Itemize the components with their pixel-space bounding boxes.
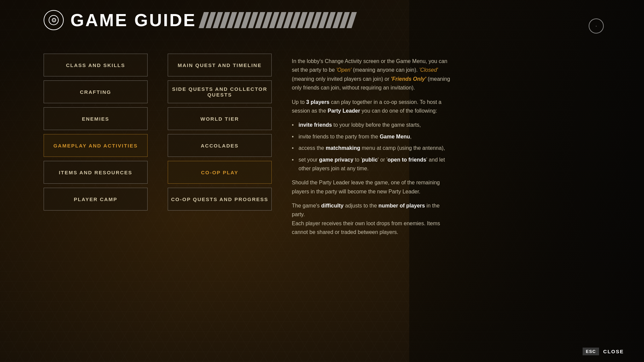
title-text: GAME GUIDE (70, 10, 196, 30)
right-menu: MAIN QUEST AND TIMELINE SIDE QUESTS AND … (168, 54, 272, 335)
menu-co-op-play[interactable]: CO-OP PLAY (168, 161, 272, 184)
menu-accolades[interactable]: ACCOLADES (168, 134, 272, 157)
players-count: 3 players (306, 99, 329, 105)
open-text: 'Open' (336, 67, 352, 73)
bullet-3-bold: matchmaking (326, 145, 360, 151)
page-title: GAME GUIDE (70, 10, 354, 30)
difficulty-bold: difficulty (321, 203, 344, 208)
menu-class-and-skills[interactable]: CLASS AND SKILLS (44, 54, 148, 76)
left-menu: CLASS AND SKILLS CRAFTING ENEMIES GAMEPL… (44, 54, 148, 335)
menu-label: ACCOLADES (201, 143, 238, 148)
bullet-4-bold-3: open to friends (387, 157, 426, 163)
bullet-4-bold-2: public (362, 157, 378, 163)
close-label[interactable]: CLOSE (603, 349, 624, 354)
menu-side-quests[interactable]: SIDE QUESTS AND COLLECTOR QUESTS (168, 80, 272, 103)
bullet-1-bold: invite friends (299, 122, 332, 128)
bottom-bar: ESC CLOSE (583, 348, 624, 355)
menu-world-tier[interactable]: WORLD TIER (168, 107, 272, 130)
menu-enemies[interactable]: ENEMIES (44, 107, 148, 130)
main-content: CLASS AND SKILLS CRAFTING ENEMIES GAMEPL… (44, 54, 644, 335)
close-circle-button[interactable]: · (589, 18, 604, 34)
bullet-1: invite friends to your lobby before the … (292, 121, 453, 129)
menu-main-quest[interactable]: MAIN QUEST AND TIMELINE (168, 54, 272, 76)
closed-text: 'Closed' (419, 67, 438, 73)
close-dot: · (595, 23, 597, 29)
menu-label: CRAFTING (80, 89, 111, 95)
description-paragraph-3: Should the Party Leader leave the game, … (292, 178, 453, 196)
menu-crafting[interactable]: CRAFTING (44, 80, 148, 103)
bullet-4: set your game privacy to 'public' or 'op… (292, 156, 453, 173)
menu-label: PLAYER CAMP (74, 196, 117, 202)
menu-label: ENEMIES (82, 116, 109, 122)
menu-co-op-quests[interactable]: CO-OP QUESTS AND PROGRESS (168, 188, 272, 210)
header-hash-marks (201, 12, 354, 28)
menu-gameplay-and-activities[interactable]: GAMEPLAY AND ACTIVITIES (44, 134, 148, 157)
menu-label: WORLD TIER (201, 116, 239, 122)
number-of-players-bold: number of players (378, 203, 425, 208)
description-paragraph-2: Up to 3 players can play together in a c… (292, 98, 453, 116)
description-paragraph-1: In the lobby's Change Activity screen or… (292, 57, 453, 93)
menu-label: SIDE QUESTS AND COLLECTOR QUESTS (168, 86, 271, 98)
menu-label: CLASS AND SKILLS (66, 62, 125, 68)
game-guide-icon: ⊙ (44, 10, 64, 30)
menu-label: CO-OP QUESTS AND PROGRESS (171, 196, 268, 202)
friends-only-text: 'Friends Only' (391, 76, 426, 82)
description-paragraph-4: The game's difficulty adjusts to the num… (292, 201, 453, 237)
menu-label: MAIN QUEST AND TIMELINE (178, 62, 262, 68)
menu-label: ITEMS AND RESOURCES (59, 170, 132, 175)
bullet-2-bold: Game Menu (380, 134, 410, 139)
party-leader-text: Party Leader (328, 108, 360, 114)
bullet-3: access the matchmaking menu at camp (usi… (292, 144, 453, 153)
menu-items-and-resources[interactable]: ITEMS AND RESOURCES (44, 161, 148, 184)
description-panel: In the lobby's Change Activity screen or… (292, 54, 466, 335)
esc-badge: ESC (583, 348, 599, 355)
header: ⊙ GAME GUIDE (44, 10, 354, 30)
svg-text:⊙: ⊙ (51, 17, 56, 23)
bullet-4-bold-1: game privacy (319, 157, 353, 163)
menu-label: GAMEPLAY AND ACTIVITIES (53, 143, 138, 148)
menu-player-camp[interactable]: PLAYER CAMP (44, 188, 148, 210)
menu-label: CO-OP PLAY (201, 170, 238, 175)
description-bullets: invite friends to your lobby before the … (292, 121, 453, 173)
bullet-2: invite friends to the party from the Gam… (292, 132, 453, 141)
